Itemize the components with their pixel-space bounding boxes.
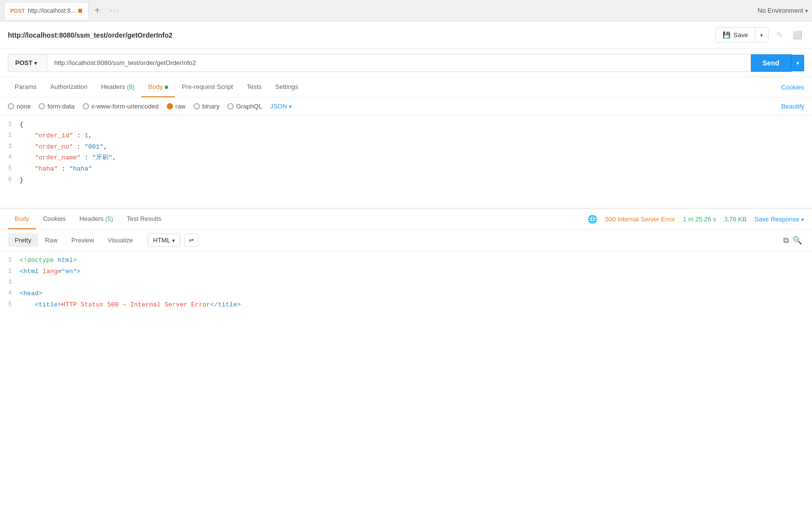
radio-binary[interactable]: binary <box>194 103 219 110</box>
resp-line-num-3: 3 <box>0 278 20 287</box>
radio-urlencoded-circle <box>83 103 89 109</box>
save-response-button[interactable]: Save Response <box>754 216 804 223</box>
radio-form-data-circle <box>39 103 45 109</box>
resp-line-content-1: <!doctype html> <box>20 256 812 266</box>
save-label: Save <box>733 31 748 39</box>
resp-tab-test-results[interactable]: Test Results <box>120 209 168 229</box>
body-type-bar: none form-data x-www-form-urlencoded raw… <box>0 98 812 115</box>
resp-view-visualize[interactable]: Visualize <box>101 234 140 247</box>
radio-graphql-circle <box>227 103 234 109</box>
send-button-group: Send <box>751 54 804 72</box>
request-tab[interactable]: POST http://localhost:8... <box>4 2 88 20</box>
json-format-select[interactable]: JSON <box>270 103 292 110</box>
resp-line-num-1: 1 <box>0 256 20 265</box>
response-time: 1 m 25.26 s <box>683 216 716 223</box>
document-icon[interactable]: ⬜ <box>790 28 804 42</box>
resp-tab-cookies[interactable]: Cookies <box>36 209 73 229</box>
resp-line-num-4: 4 <box>0 289 20 298</box>
response-size: 3.78 KB <box>724 216 746 223</box>
response-status: 🌐 500 Internal Server Error 1 m 25.26 s … <box>588 215 804 224</box>
resp-tab-body[interactable]: Body <box>8 209 36 229</box>
tab-tests[interactable]: Tests <box>240 77 268 97</box>
resp-view-preview[interactable]: Preview <box>65 234 101 247</box>
more-tabs-button[interactable]: ··· <box>106 4 123 17</box>
request-title: http://localhost:8080/ssm_test/order/get… <box>8 31 709 39</box>
resp-line-content-3 <box>20 278 812 288</box>
code-line-5: 5 "haha" : "haha" <box>0 164 812 175</box>
pretty-label: Pretty <box>15 237 31 244</box>
search-response-button[interactable]: 🔍 <box>790 234 804 247</box>
tab-params[interactable]: Params <box>8 77 44 97</box>
body-label: Body <box>148 83 163 90</box>
tab-dot <box>78 9 82 13</box>
tab-authorization[interactable]: Authorization <box>44 77 94 97</box>
json-format-label: JSON <box>270 103 287 110</box>
tab-bar: POST http://localhost:8... + ··· No Envi… <box>0 0 812 22</box>
request-body-editor[interactable]: 1 { 2 "order_id" : 1, 3 "order_no" : "00… <box>0 115 812 208</box>
response-view-bar: Pretty Raw Preview Visualize HTML ⇌ ⧉ 🔍 <box>0 230 812 251</box>
radio-urlencoded[interactable]: x-www-form-urlencoded <box>83 103 159 110</box>
edit-icon[interactable]: ✎ <box>774 28 785 42</box>
resp-cookies-label: Cookies <box>43 215 66 222</box>
raw-label: Raw <box>45 237 58 244</box>
tab-method: POST <box>10 8 25 14</box>
tab-headers[interactable]: Headers (8) <box>94 77 142 97</box>
resp-line-content-2: <html lang="en"> <box>20 267 812 277</box>
radio-none-circle <box>8 103 14 109</box>
radio-form-data[interactable]: form-data <box>39 103 75 110</box>
code-line-2: 2 "order_id" : 1, <box>0 130 812 142</box>
radio-urlencoded-label: x-www-form-urlencoded <box>91 103 159 110</box>
resp-body-label: Body <box>15 215 29 222</box>
code-line-6: 6 } <box>0 175 812 186</box>
resp-line-content-5: <title>HTTP Status 500 – Internal Server… <box>20 300 812 310</box>
radio-binary-circle <box>194 103 200 109</box>
visualize-label: Visualize <box>108 237 133 244</box>
tab-settings[interactable]: Settings <box>268 77 305 97</box>
globe-icon: 🌐 <box>588 215 597 224</box>
status-code: 500 Internal Server Error <box>605 216 675 223</box>
tab-prerequest[interactable]: Pre-request Script <box>175 77 240 97</box>
new-tab-button[interactable]: + <box>90 3 104 18</box>
send-button[interactable]: Send <box>751 54 791 72</box>
line-content-1: { <box>20 120 812 130</box>
beautify-button[interactable]: Beautify <box>781 103 804 110</box>
radio-form-data-label: form-data <box>47 103 75 110</box>
resp-line-4: 4 <head> <box>0 288 812 300</box>
response-format-select[interactable]: HTML <box>148 234 180 247</box>
line-num-1: 1 <box>0 120 20 129</box>
tab-url: http://localhost:8... <box>28 7 75 14</box>
resp-view-pretty[interactable]: Pretty <box>8 234 38 247</box>
resp-line-1: 1 <!doctype html> <box>0 255 812 266</box>
radio-graphql-label: GraphQL <box>236 103 262 110</box>
wrap-icon: ⇌ <box>189 237 194 244</box>
line-content-5: "haha" : "haha" <box>20 164 812 174</box>
json-chevron-icon <box>289 103 292 110</box>
radio-raw[interactable]: raw <box>167 103 186 110</box>
copy-response-button[interactable]: ⧉ <box>781 234 790 247</box>
environment-selector[interactable]: No Environment <box>758 7 808 14</box>
response-section: Body Cookies Headers (5) Test Results 🌐 … <box>0 208 812 339</box>
resp-line-content-4: <head> <box>20 289 812 299</box>
resp-test-results-label: Test Results <box>127 215 161 222</box>
save-button[interactable]: 💾 Save <box>716 28 755 42</box>
save-dropdown-button[interactable] <box>755 28 768 42</box>
resp-line-3: 3 <box>0 278 812 289</box>
radio-none[interactable]: none <box>8 103 31 110</box>
wrap-lines-button[interactable]: ⇌ <box>184 234 198 247</box>
send-dropdown-button[interactable] <box>791 55 804 71</box>
resp-line-num-2: 2 <box>0 267 20 276</box>
method-dropdown[interactable]: POST <box>8 54 47 72</box>
code-line-3: 3 "order_no" : "001", <box>0 142 812 153</box>
resp-tab-headers[interactable]: Headers (5) <box>73 209 120 229</box>
resp-view-raw[interactable]: Raw <box>38 234 65 247</box>
tests-label: Tests <box>247 83 262 90</box>
params-label: Params <box>15 83 37 90</box>
headers-count: (8) <box>127 83 134 90</box>
radio-graphql[interactable]: GraphQL <box>227 103 262 110</box>
tab-body[interactable]: Body <box>141 77 175 97</box>
resp-headers-label: Headers <box>80 215 106 222</box>
send-chevron-icon <box>796 60 799 66</box>
cookies-link[interactable]: Cookies <box>781 84 804 91</box>
preview-label: Preview <box>71 237 94 244</box>
url-input[interactable] <box>47 54 751 72</box>
